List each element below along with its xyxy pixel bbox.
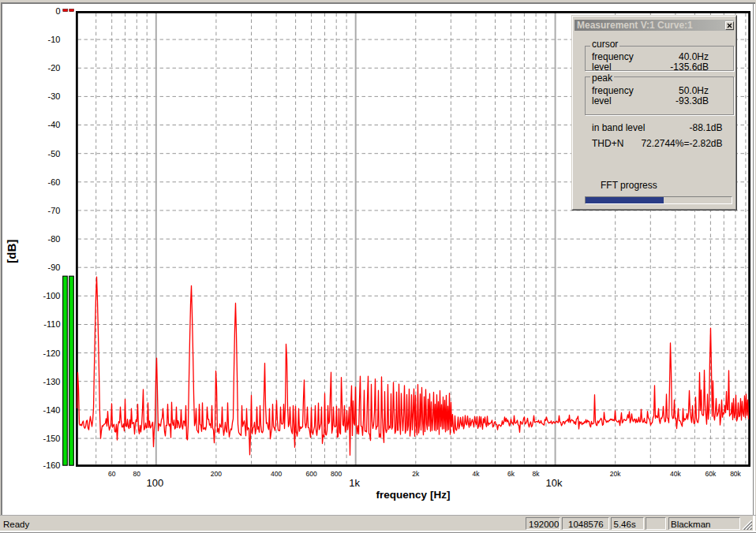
svg-text:[dB]: [dB]	[5, 240, 18, 263]
svg-text:-30: -30	[48, 91, 61, 101]
svg-text:-20: -20	[48, 63, 61, 73]
svg-text:-110: -110	[43, 319, 60, 329]
svg-text:40k: 40k	[670, 470, 681, 478]
svg-text:-150: -150	[43, 434, 60, 443]
svg-text:frequency [Hz]: frequency [Hz]	[376, 489, 451, 501]
svg-text:-60: -60	[48, 177, 61, 187]
svg-text:8k: 8k	[533, 470, 541, 478]
svg-text:600: 600	[306, 470, 317, 478]
svg-text:0: 0	[55, 6, 60, 16]
svg-text:-40: -40	[48, 120, 61, 129]
svg-text:-10: -10	[48, 35, 61, 44]
svg-text:400: 400	[271, 470, 282, 478]
svg-text:100: 100	[146, 477, 163, 489]
svg-text:-130: -130	[43, 377, 60, 386]
svg-text:-140: -140	[43, 405, 60, 415]
svg-text:60k: 60k	[705, 470, 717, 478]
svg-text:1k: 1k	[349, 477, 360, 489]
svg-text:-160: -160	[43, 460, 60, 470]
svg-text:6k: 6k	[507, 470, 515, 478]
svg-text:-80: -80	[48, 234, 61, 244]
svg-text:2k: 2k	[412, 470, 420, 478]
svg-text:80: 80	[133, 470, 141, 478]
svg-text:20k: 20k	[610, 470, 621, 478]
svg-text:80k: 80k	[730, 470, 741, 478]
svg-text:-90: -90	[48, 263, 61, 272]
svg-text:60: 60	[108, 470, 116, 478]
svg-text:-50: -50	[48, 149, 61, 158]
svg-text:-120: -120	[43, 348, 60, 358]
svg-text:4k: 4k	[473, 470, 481, 478]
svg-text:-70: -70	[48, 206, 61, 215]
svg-text:10k: 10k	[546, 477, 563, 489]
svg-text:200: 200	[211, 470, 222, 478]
svg-text:-100: -100	[43, 291, 60, 300]
svg-text:800: 800	[331, 470, 342, 478]
